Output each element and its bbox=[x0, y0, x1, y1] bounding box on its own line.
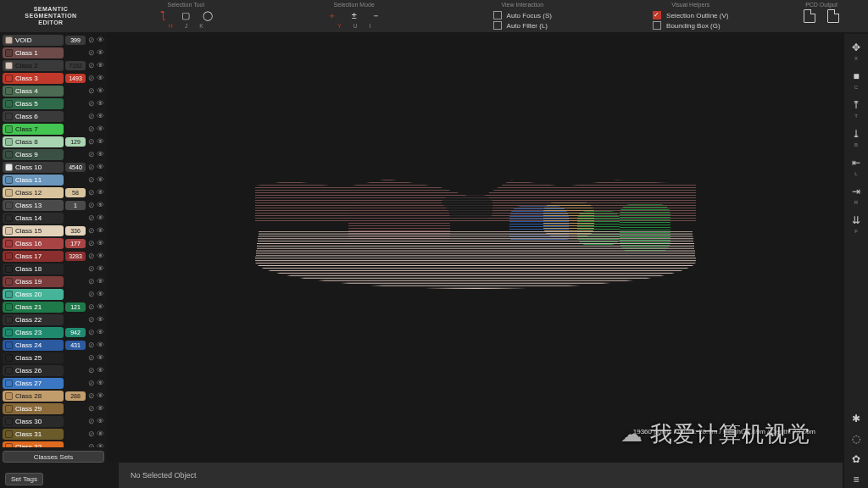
class-row-31[interactable]: Class 31⊘👁 bbox=[3, 428, 104, 440]
class-pill[interactable]: Class 21 bbox=[3, 302, 64, 313]
class-row-7[interactable]: Class 7⊘👁 bbox=[3, 123, 104, 135]
class-row-32[interactable]: Class 32⊘👁 bbox=[3, 441, 104, 447]
view-right-button[interactable]: ⇥ bbox=[848, 183, 865, 200]
class-pill[interactable]: Class 3 bbox=[3, 73, 64, 84]
class-row-5[interactable]: Class 5⊘👁 bbox=[3, 97, 104, 109]
class-row-17[interactable]: Class 173283⊘👁 bbox=[3, 250, 104, 262]
class-pill[interactable]: Class 14 bbox=[3, 213, 64, 224]
class-hide-icon[interactable]: ⊘ bbox=[87, 125, 95, 133]
class-row-2[interactable]: Class 27182⊘👁 bbox=[3, 59, 104, 71]
class-hide-icon[interactable]: ⊘ bbox=[87, 442, 95, 447]
auto-focus-checkbox[interactable]: Auto Focus (S) bbox=[493, 11, 552, 19]
class-hide-icon[interactable]: ⊘ bbox=[87, 430, 95, 438]
class-visibility-icon[interactable]: 👁 bbox=[97, 290, 104, 298]
class-visibility-icon[interactable]: 👁 bbox=[97, 341, 104, 349]
class-row-26[interactable]: Class 26⊘👁 bbox=[3, 364, 104, 376]
class-visibility-icon[interactable]: 👁 bbox=[97, 175, 104, 184]
class-hide-icon[interactable]: ⊘ bbox=[87, 74, 95, 82]
class-hide-icon[interactable]: ⊘ bbox=[87, 86, 95, 95]
class-row-24[interactable]: Class 24431⊘👁 bbox=[3, 339, 104, 351]
class-pill[interactable]: Class 27 bbox=[3, 378, 64, 389]
class-row-13[interactable]: Class 131⊘👁 bbox=[3, 199, 104, 211]
class-visibility-icon[interactable]: 👁 bbox=[97, 430, 104, 438]
class-row-20[interactable]: Class 20⊘👁 bbox=[3, 288, 104, 300]
class-visibility-icon[interactable]: 👁 bbox=[97, 74, 104, 82]
class-hide-icon[interactable]: ⊘ bbox=[87, 48, 95, 57]
class-visibility-icon[interactable]: 👁 bbox=[97, 188, 104, 197]
class-visibility-icon[interactable]: 👁 bbox=[97, 201, 104, 209]
class-pill[interactable]: Class 16 bbox=[3, 238, 64, 249]
class-hide-icon[interactable]: ⊘ bbox=[87, 353, 95, 362]
class-hide-icon[interactable]: ⊘ bbox=[87, 391, 95, 400]
class-visibility-icon[interactable]: 👁 bbox=[97, 61, 104, 69]
class-hide-icon[interactable]: ⊘ bbox=[87, 36, 95, 44]
class-row-0[interactable]: VOID399⊘👁 bbox=[3, 34, 104, 46]
class-pill[interactable]: Class 2 bbox=[3, 60, 64, 71]
auto-filter-checkbox[interactable]: Auto Filter (L) bbox=[493, 21, 548, 30]
class-pill[interactable]: Class 18 bbox=[3, 263, 64, 274]
class-row-12[interactable]: Class 1258⊘👁 bbox=[3, 186, 104, 198]
class-row-23[interactable]: Class 23942⊘👁 bbox=[3, 326, 104, 338]
class-visibility-icon[interactable]: 👁 bbox=[97, 302, 104, 311]
set-tags-button[interactable]: Set Tags bbox=[5, 473, 43, 485]
circle-tool-icon[interactable]: ◯ bbox=[203, 10, 213, 20]
class-pill[interactable]: Class 29 bbox=[3, 403, 64, 414]
camera-button[interactable]: ■ bbox=[848, 68, 865, 85]
class-pill[interactable]: Class 10 bbox=[3, 162, 64, 173]
class-pill[interactable]: Class 26 bbox=[3, 365, 64, 376]
class-visibility-icon[interactable]: 👁 bbox=[97, 391, 104, 400]
class-row-9[interactable]: Class 9⊘👁 bbox=[3, 148, 104, 160]
bounding-box-checkbox[interactable]: Bounding Box (G) bbox=[653, 21, 721, 30]
class-visibility-icon[interactable]: 👁 bbox=[97, 239, 104, 247]
mode-subtract-icon[interactable]: － bbox=[371, 10, 381, 20]
class-visibility-icon[interactable]: 👁 bbox=[97, 214, 104, 222]
class-visibility-icon[interactable]: 👁 bbox=[97, 417, 104, 425]
class-hide-icon[interactable]: ⊘ bbox=[87, 188, 95, 197]
class-visibility-icon[interactable]: 👁 bbox=[97, 277, 104, 286]
class-visibility-icon[interactable]: 👁 bbox=[97, 264, 104, 273]
class-pill[interactable]: Class 8 bbox=[3, 136, 64, 147]
pointcloud-viewport[interactable]: 19360 points / Width: 26.7m / Height: 4.… bbox=[107, 32, 844, 463]
class-hide-icon[interactable]: ⊘ bbox=[87, 214, 95, 222]
class-pill[interactable]: Class 28 bbox=[3, 391, 64, 402]
class-row-29[interactable]: Class 29⊘👁 bbox=[3, 402, 104, 414]
mode-add-icon[interactable]: ＋ bbox=[327, 10, 337, 20]
class-row-30[interactable]: Class 30⊘👁 bbox=[3, 415, 104, 427]
class-hide-icon[interactable]: ⊘ bbox=[87, 137, 95, 146]
class-row-3[interactable]: Class 31493⊘👁 bbox=[3, 72, 104, 84]
class-pill[interactable]: Class 1 bbox=[3, 47, 64, 58]
class-hide-icon[interactable]: ⊘ bbox=[87, 302, 95, 311]
class-hide-icon[interactable]: ⊘ bbox=[87, 328, 95, 336]
class-hide-icon[interactable]: ⊘ bbox=[87, 61, 95, 69]
class-hide-icon[interactable]: ⊘ bbox=[87, 379, 95, 387]
pcd-export-icon[interactable] bbox=[804, 9, 815, 23]
class-row-10[interactable]: Class 104540⊘👁 bbox=[3, 161, 104, 173]
class-hide-icon[interactable]: ⊘ bbox=[87, 175, 95, 184]
class-pill[interactable]: Class 6 bbox=[3, 111, 64, 122]
class-visibility-icon[interactable]: 👁 bbox=[97, 442, 104, 447]
class-row-8[interactable]: Class 8129⊘👁 bbox=[3, 136, 104, 147]
view-reset-button[interactable]: ✥ bbox=[848, 39, 865, 56]
class-hide-icon[interactable]: ⊘ bbox=[87, 277, 95, 286]
lasso-tool-icon[interactable]: ƪ bbox=[159, 10, 169, 20]
class-visibility-icon[interactable]: 👁 bbox=[97, 353, 104, 362]
class-row-6[interactable]: Class 6⊘👁 bbox=[3, 110, 104, 122]
class-visibility-icon[interactable]: 👁 bbox=[97, 366, 104, 374]
class-hide-icon[interactable]: ⊘ bbox=[87, 239, 95, 247]
class-row-27[interactable]: Class 27⊘👁 bbox=[3, 377, 104, 389]
class-visibility-icon[interactable]: 👁 bbox=[97, 315, 104, 324]
menu-button[interactable]: ≡ bbox=[848, 471, 865, 488]
class-pill[interactable]: Class 17 bbox=[3, 251, 64, 262]
class-row-18[interactable]: Class 18⊘👁 bbox=[3, 263, 104, 274]
class-row-1[interactable]: Class 1⊘👁 bbox=[3, 47, 104, 58]
class-hide-icon[interactable]: ⊘ bbox=[87, 315, 95, 324]
class-visibility-icon[interactable]: 👁 bbox=[97, 86, 104, 95]
class-visibility-icon[interactable]: 👁 bbox=[97, 36, 104, 44]
class-pill[interactable]: Class 22 bbox=[3, 314, 64, 325]
class-visibility-icon[interactable]: 👁 bbox=[97, 252, 104, 260]
class-hide-icon[interactable]: ⊘ bbox=[87, 290, 95, 298]
class-pill[interactable]: Class 31 bbox=[3, 429, 64, 440]
class-pill[interactable]: VOID bbox=[3, 35, 64, 46]
class-row-15[interactable]: Class 15336⊘👁 bbox=[3, 225, 104, 236]
class-hide-icon[interactable]: ⊘ bbox=[87, 201, 95, 209]
